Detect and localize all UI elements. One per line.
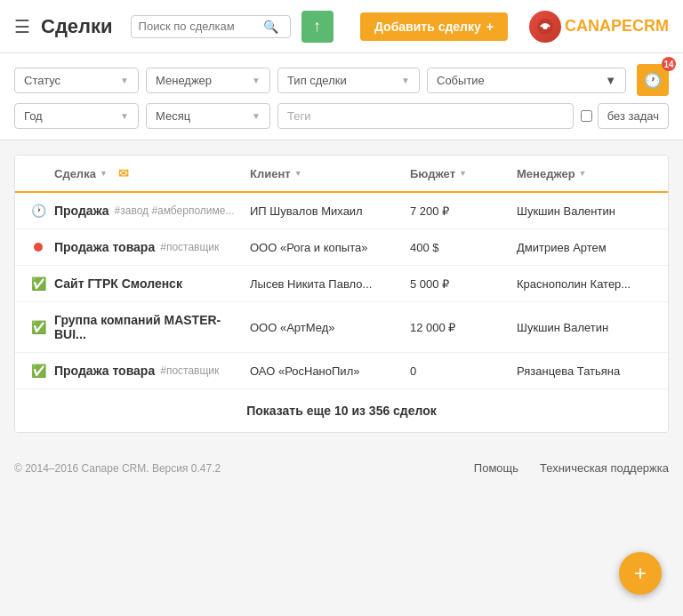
logo-text: CANAPECRM: [565, 17, 669, 36]
table-header: Сделка ▼ ✉ Клиент ▼ Бюджет ▼ Менеджер ▼: [15, 156, 668, 193]
no-tasks-checkbox[interactable]: [581, 110, 592, 122]
status-dot-icon: [34, 243, 43, 252]
row-status: 🕐: [29, 204, 47, 218]
filters-area: Статус ▼ Менеджер ▼ Тип сделки ▼ Событие…: [0, 53, 683, 140]
status-check-icon: ✅: [31, 364, 46, 378]
table-row[interactable]: ✅ Группа компаний MASTER-BUI... ООО «Арт…: [15, 302, 668, 353]
chevron-down-icon: ▼: [252, 76, 261, 85]
client-cell: Лысев Никита Павло...: [250, 277, 410, 291]
logo-icon: [529, 11, 561, 43]
budget-cell: 7 200 ₽: [410, 204, 517, 218]
deal-name: Группа компаний MASTER-BUI...: [54, 313, 250, 341]
client-cell: ООО «Рога и копыта»: [250, 241, 410, 254]
filter-manager[interactable]: Менеджер ▼: [146, 68, 270, 93]
deal-cell: Продажа товара #поставщик: [54, 364, 250, 378]
help-link[interactable]: Помощь: [474, 461, 518, 475]
deal-name: Сайт ГТРК Смоленск: [54, 276, 182, 291]
sort-deal-icon[interactable]: ▼: [100, 169, 108, 178]
deals-table: Сделка ▼ ✉ Клиент ▼ Бюджет ▼ Менеджер ▼ …: [14, 155, 669, 433]
no-tasks-label: без задач: [598, 103, 669, 129]
table-row[interactable]: ✅ Сайт ГТРК Смоленск Лысев Никита Павло.…: [15, 266, 668, 302]
filter-event[interactable]: Событие ▼: [427, 68, 626, 93]
search-wrapper: 🔍: [131, 15, 291, 38]
status-clock-icon: 🕐: [31, 204, 46, 218]
support-link[interactable]: Техническая поддержка: [540, 461, 669, 475]
manager-cell: Краснополин Катер...: [517, 277, 654, 291]
show-more-button[interactable]: Показать еще 10 из 356 сделок: [15, 388, 668, 432]
add-deal-label: Добавить сделку: [374, 20, 481, 34]
logo: CANAPECRM: [529, 11, 669, 43]
deal-name-wrapper: Продажа #завод #амберполиме...: [54, 204, 234, 218]
manager-cell: Дмитриев Артем: [517, 241, 654, 254]
footer-links: Помощь Техническая поддержка: [474, 461, 669, 475]
sort-manager-icon[interactable]: ▼: [579, 169, 587, 178]
deal-name: Продажа товара: [54, 240, 155, 254]
chevron-down-icon: ▼: [120, 76, 129, 85]
page-title: Сделки: [41, 15, 113, 38]
budget-cell: 5 000 ₽: [410, 277, 517, 291]
sort-client-icon[interactable]: ▼: [294, 169, 302, 178]
copyright: © 2014–2016 Canape CRM. Версия 0.47.2: [14, 462, 221, 475]
status-check-icon: ✅: [31, 320, 46, 334]
deal-cell: Группа компаний MASTER-BUI...: [54, 313, 250, 341]
manager-cell: Шукшин Валентин: [517, 204, 654, 218]
deal-name: Продажа товара: [54, 364, 155, 378]
budget-cell: 400 $: [410, 241, 517, 254]
upload-button[interactable]: ↑: [301, 11, 333, 43]
col-deal-header: Сделка ▼ ✉: [54, 166, 250, 180]
row-status: ✅: [29, 276, 47, 291]
filter-tags[interactable]: Теги: [277, 103, 574, 129]
table-row[interactable]: 🕐 Продажа #завод #амберполиме... ИП Шува…: [15, 193, 668, 229]
deal-name-wrapper: Группа компаний MASTER-BUI...: [54, 313, 250, 341]
menu-icon[interactable]: ☰: [14, 16, 30, 37]
deal-tags: #поставщик: [160, 241, 219, 253]
status-check-icon: ✅: [31, 276, 46, 291]
clock-icon: 🕐: [644, 72, 662, 89]
deal-cell: Продажа товара #поставщик: [54, 240, 250, 254]
fab-icon: +: [634, 561, 647, 586]
header: ☰ Сделки 🔍 ↑ Добавить сделку + CANAPECRM: [0, 0, 683, 53]
budget-cell: 0: [410, 364, 517, 378]
table-row[interactable]: Продажа товара #поставщик ООО «Рога и ко…: [15, 229, 668, 266]
deal-cell: Продажа #завод #амберполиме...: [54, 204, 250, 218]
col-manager-header: Менеджер ▼: [517, 167, 654, 180]
sort-budget-icon[interactable]: ▼: [459, 169, 467, 178]
add-deal-button[interactable]: Добавить сделку +: [360, 12, 508, 41]
col-budget-header: Бюджет ▼: [410, 167, 517, 180]
table-row[interactable]: ✅ Продажа товара #поставщик ОАО «РосНано…: [15, 353, 668, 388]
row-status: ✅: [29, 364, 47, 378]
svg-point-1: [542, 24, 548, 29]
no-tasks-wrapper: без задач: [581, 103, 669, 129]
main-content: Сделка ▼ ✉ Клиент ▼ Бюджет ▼ Менеджер ▼ …: [0, 140, 683, 447]
budget-cell: 12 000 ₽: [410, 321, 517, 334]
deal-tags: #завод #амберполиме...: [115, 204, 235, 217]
filter-row-2: Год ▼ Месяц ▼ Теги без задач: [14, 103, 669, 129]
row-status: [29, 243, 47, 252]
deal-name-wrapper: Сайт ГТРК Смоленск: [54, 276, 182, 291]
chevron-down-icon: ▼: [120, 111, 129, 121]
client-cell: ОАО «РосНаноПил»: [250, 364, 410, 378]
email-icon[interactable]: ✉: [118, 166, 129, 180]
deal-name-wrapper: Продажа товара #поставщик: [54, 364, 219, 378]
filter-year[interactable]: Год ▼: [14, 103, 139, 129]
chevron-down-icon: ▼: [252, 111, 261, 121]
col-client-header: Клиент ▼: [250, 167, 410, 180]
upload-icon: ↑: [313, 17, 321, 36]
filter-status[interactable]: Статус ▼: [14, 68, 139, 93]
footer: © 2014–2016 Canape CRM. Версия 0.47.2 По…: [0, 447, 683, 489]
filter-deal-type[interactable]: Тип сделки ▼: [277, 68, 420, 93]
fab-button[interactable]: +: [619, 552, 662, 595]
search-icon[interactable]: 🔍: [263, 20, 278, 34]
deal-name: Продажа: [54, 204, 109, 218]
client-cell: ООО «АртМед»: [250, 321, 410, 334]
filter-month[interactable]: Месяц ▼: [146, 103, 270, 129]
manager-cell: Шукшин Валетин: [517, 321, 654, 334]
client-cell: ИП Шувалов Михаил: [250, 204, 410, 218]
search-input[interactable]: [139, 20, 263, 33]
filter-row-1: Статус ▼ Менеджер ▼ Тип сделки ▼ Событие…: [14, 64, 669, 96]
manager-cell: Рязанцева Татьяна: [517, 364, 654, 378]
table-body: 🕐 Продажа #завод #амберполиме... ИП Шува…: [15, 193, 668, 388]
notification-badge: 14: [662, 57, 676, 71]
add-icon: +: [486, 20, 494, 34]
notification-container: 🕐 14: [637, 64, 669, 96]
